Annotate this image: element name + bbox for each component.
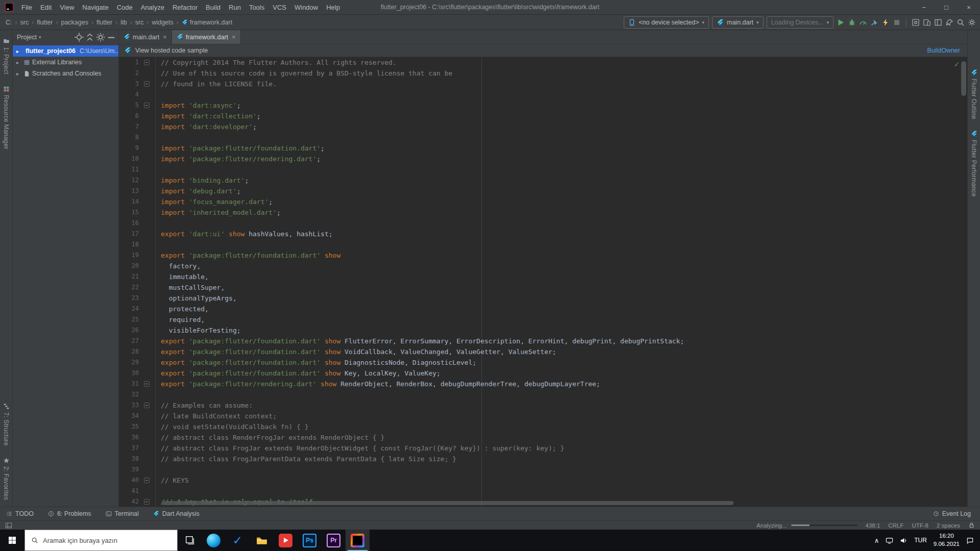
line-number[interactable]: 8 xyxy=(119,132,142,143)
tool-button-2-favorites[interactable]: 2: Favorites xyxy=(3,457,10,500)
close-icon[interactable]: × xyxy=(163,33,167,41)
gutter[interactable]: 19 xyxy=(119,250,156,261)
line-number[interactable]: 23 xyxy=(119,293,142,304)
inspections-ok-icon[interactable]: ✓ xyxy=(954,60,959,69)
gutter[interactable]: 29 xyxy=(119,357,156,368)
hide-panel-button[interactable] xyxy=(106,32,116,42)
fold-marker-icon[interactable]: − xyxy=(142,496,151,507)
lock-icon[interactable] xyxy=(968,522,975,529)
fold-marker-icon[interactable]: − xyxy=(142,100,151,111)
tool-button-1-project[interactable]: 1: Project xyxy=(3,38,10,74)
gutter[interactable]: 15 xyxy=(119,207,156,218)
line-number[interactable]: 36 xyxy=(119,432,142,443)
tool-button-flutter-outline[interactable]: Flutter Outline xyxy=(970,69,977,119)
line-number[interactable]: 27 xyxy=(119,336,142,346)
search-everywhere-button[interactable] xyxy=(957,18,965,27)
close-button[interactable]: × xyxy=(958,0,980,14)
line-number[interactable]: 42 xyxy=(119,496,142,507)
line-number[interactable]: 32 xyxy=(119,389,142,400)
tool-button-7-structure[interactable]: 7: Structure xyxy=(3,403,10,446)
gutter[interactable]: 17 xyxy=(119,229,156,239)
gutter[interactable]: 32 xyxy=(119,389,156,400)
line-number[interactable]: 18 xyxy=(119,239,142,250)
chevron-down-icon[interactable]: ▾ xyxy=(39,35,41,40)
fold-marker-icon[interactable]: − xyxy=(142,400,151,411)
line-number[interactable]: 28 xyxy=(119,346,142,357)
breadcrumb-item-flutter[interactable]: flutter xyxy=(35,18,54,27)
fold-marker-icon[interactable]: − xyxy=(142,79,151,89)
indent-indicator[interactable]: 2 spaces xyxy=(937,522,960,529)
breadcrumb-item-src[interactable]: src xyxy=(19,18,31,27)
gutter[interactable]: 22 xyxy=(119,282,156,293)
layout-inspector-button[interactable] xyxy=(934,18,942,27)
line-number[interactable]: 34 xyxy=(119,411,142,421)
breadcrumb-item-lib[interactable]: lib xyxy=(119,18,129,27)
collapse-all-button[interactable] xyxy=(85,32,95,42)
menu-refactor[interactable]: Refactor xyxy=(168,2,202,13)
menu-code[interactable]: Code xyxy=(113,2,137,13)
menu-run[interactable]: Run xyxy=(225,2,245,13)
gutter[interactable]: 38 xyxy=(119,454,156,464)
gutter[interactable]: 30 xyxy=(119,368,156,379)
flutter-inspector-button[interactable] xyxy=(912,18,920,27)
todo-check-icon[interactable]: ✓ xyxy=(226,530,250,551)
device-selector[interactable]: <no device selected>▾ xyxy=(624,16,709,29)
tree-item-flutter-project06[interactable]: ▸flutter_project06C:\Users\Um... xyxy=(13,45,118,57)
line-number[interactable]: 6 xyxy=(119,111,142,121)
gutter[interactable]: 21 xyxy=(119,271,156,282)
network-icon[interactable] xyxy=(886,537,893,544)
gutter[interactable]: 8 xyxy=(119,132,156,143)
gutter[interactable]: 3− xyxy=(119,79,156,89)
gutter[interactable]: 2 xyxy=(119,68,156,79)
minimize-button[interactable]: − xyxy=(913,0,935,14)
file-explorer-icon[interactable] xyxy=(250,530,274,551)
line-number[interactable]: 29 xyxy=(119,357,142,368)
chevron-up-icon[interactable]: ∧ xyxy=(874,537,879,544)
editor[interactable]: 1−// Copyright 2014 The Flutter Authors.… xyxy=(119,57,967,507)
line-number[interactable]: 20 xyxy=(119,261,142,271)
line-number[interactable]: 14 xyxy=(119,196,142,207)
gutter[interactable]: 31− xyxy=(119,379,156,389)
line-number[interactable]: 33 xyxy=(119,400,142,411)
gutter[interactable]: 14 xyxy=(119,196,156,207)
chevron-right-icon[interactable]: ▸ xyxy=(16,48,21,54)
start-button[interactable] xyxy=(0,530,24,551)
toolwindow-terminal[interactable]: Terminal xyxy=(106,510,139,517)
gutter[interactable]: 16 xyxy=(119,218,156,229)
line-number[interactable]: 21 xyxy=(119,271,142,282)
breadcrumb-item-c[interactable]: C: xyxy=(4,18,14,27)
caret-position[interactable]: 438:1 xyxy=(866,522,880,529)
panel-settings-icon[interactable] xyxy=(95,32,106,42)
menu-navigate[interactable]: Navigate xyxy=(78,2,112,13)
toolwindow-todo[interactable]: TODO xyxy=(6,510,34,517)
gutter[interactable]: 5− xyxy=(119,100,156,111)
settings-icon[interactable] xyxy=(968,18,976,27)
tab-main-dart[interactable]: main.dart× xyxy=(119,30,172,44)
gutter[interactable]: 26 xyxy=(119,325,156,336)
photoshop-icon[interactable]: Ps xyxy=(298,530,322,551)
menu-build[interactable]: Build xyxy=(202,2,225,13)
gutter[interactable]: 42− xyxy=(119,496,156,507)
breadcrumb-item-framework-dart[interactable]: framework.dart xyxy=(180,18,234,27)
encoding-indicator[interactable]: UTF-8 xyxy=(912,522,928,529)
maximize-button[interactable]: □ xyxy=(935,0,958,14)
gutter[interactable]: 39 xyxy=(119,464,156,475)
code-area[interactable]: 1−// Copyright 2014 The Flutter Authors.… xyxy=(119,57,967,507)
line-number[interactable]: 10 xyxy=(119,154,142,164)
breadcrumb-item-packages[interactable]: packages xyxy=(59,18,90,27)
line-number[interactable]: 5 xyxy=(119,100,142,111)
breadcrumb-item-flutter[interactable]: flutter xyxy=(95,18,114,27)
line-number[interactable]: 31 xyxy=(119,379,142,389)
gutter[interactable]: 4 xyxy=(119,89,156,100)
line-number[interactable]: 38 xyxy=(119,454,142,464)
menu-tools[interactable]: Tools xyxy=(245,2,268,13)
editor-horizontal-scrollbar[interactable] xyxy=(162,501,733,505)
debug-button[interactable] xyxy=(848,18,856,27)
tool-button-resource-manager[interactable]: Resource Manager xyxy=(3,86,10,149)
line-number[interactable]: 4 xyxy=(119,89,142,100)
toolwindow-event-log[interactable]: Event Log xyxy=(933,510,971,517)
gutter[interactable]: 37 xyxy=(119,443,156,454)
breadcrumb-item-widgets[interactable]: widgets xyxy=(150,18,175,27)
intellij-icon[interactable] xyxy=(346,530,370,551)
line-number[interactable]: 24 xyxy=(119,304,142,314)
